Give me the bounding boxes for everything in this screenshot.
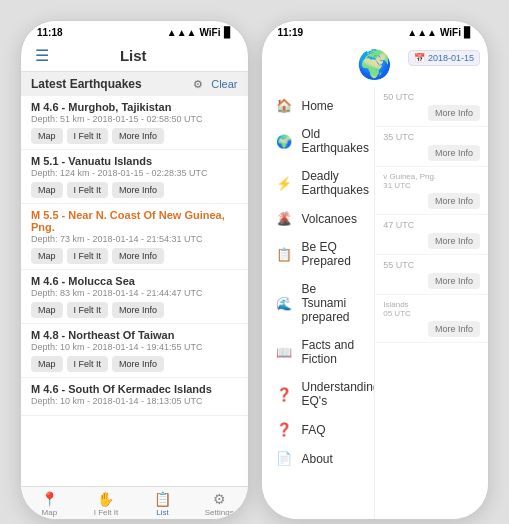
- menu-item-old-earthquakes[interactable]: 🌍 Old Earthquakes: [262, 120, 375, 162]
- phone-1: 11:18 ▲▲▲ WiFi ▊ ☰ List Latest Earthquak…: [20, 20, 249, 520]
- map-button-4[interactable]: Map: [31, 356, 63, 372]
- menu-label-faq: FAQ: [302, 423, 326, 437]
- date-text: 2018-01-15: [428, 53, 474, 63]
- settings-tab-label: Settings: [205, 508, 234, 517]
- eq-buttons-1: Map I Felt It More Info: [31, 182, 238, 198]
- faq-icon: ❓: [276, 422, 292, 437]
- section-header-1: Latest Earthquakes ⚙ Clear: [21, 72, 248, 96]
- eq-subtitle-1: Depth: 124 km - 2018-01-15 - 02:28:35 UT…: [31, 168, 238, 178]
- eq-item-1: M 5.1 - Vanuatu Islands Depth: 124 km - …: [21, 150, 248, 204]
- right-eq-subtitle-3: 47 UTC: [383, 220, 414, 230]
- understanding-eqs-icon: ❓: [276, 387, 292, 402]
- eq-title-3: M 4.6 - Molucca Sea: [31, 275, 238, 287]
- right-eq-item-1: 35 UTC More Info: [375, 127, 488, 167]
- felt-tab-icon: ✋: [97, 491, 114, 507]
- facts-fiction-icon: 📖: [276, 345, 292, 360]
- battery-icon-1: ▊: [224, 27, 232, 38]
- time-2: 11:19: [278, 27, 304, 38]
- menu-item-volcanoes[interactable]: 🌋 Volcanoes: [262, 204, 375, 233]
- right-more-btn-5[interactable]: More Info: [428, 321, 480, 337]
- map-tab-icon: 📍: [41, 491, 58, 507]
- settings-tab-icon: ⚙: [213, 491, 226, 507]
- hamburger-icon[interactable]: ☰: [35, 46, 49, 65]
- filter-icon[interactable]: ⚙: [193, 78, 203, 91]
- tab-felt[interactable]: ✋ I Felt It: [78, 491, 135, 517]
- menu-item-facts-fiction[interactable]: 📖 Facts and Fiction: [262, 331, 375, 373]
- moreinfo-button-0[interactable]: More Info: [112, 128, 164, 144]
- date-badge[interactable]: 📅 2018-01-15: [408, 50, 480, 66]
- felt-button-2[interactable]: I Felt It: [67, 248, 109, 264]
- eq-item-0: M 4.6 - Murghob, Tajikistan Depth: 51 km…: [21, 96, 248, 150]
- right-eq-item-3: 47 UTC More Info: [375, 215, 488, 255]
- menu-item-deadly-earthquakes[interactable]: ⚡ Deadly Earthquakes: [262, 162, 375, 204]
- menu-item-be-eq-prepared[interactable]: 📋 Be EQ Prepared: [262, 233, 375, 275]
- menu-item-faq[interactable]: ❓ FAQ: [262, 415, 375, 444]
- right-more-btn-3[interactable]: More Info: [428, 233, 480, 249]
- right-eq-item-4: 55 UTC More Info: [375, 255, 488, 295]
- about-icon: 📄: [276, 451, 292, 466]
- eq-subtitle-2: Depth: 73 km - 2018-01-14 - 21:54:31 UTC: [31, 234, 238, 244]
- moreinfo-button-2[interactable]: More Info: [112, 248, 164, 264]
- tab-settings[interactable]: ⚙ Settings: [191, 491, 248, 517]
- right-more-btn-0[interactable]: More Info: [428, 105, 480, 121]
- eq-item-4: M 4.8 - Northeast Of Taiwan Depth: 10 km…: [21, 324, 248, 378]
- menu-label-home: Home: [302, 99, 334, 113]
- eq-subtitle-3: Depth: 83 km - 2018-01-14 - 21:44:47 UTC: [31, 288, 238, 298]
- list-tab-label: List: [156, 508, 168, 517]
- menu-label-volcanoes: Volcanoes: [302, 212, 357, 226]
- section-controls: ⚙ Clear: [193, 78, 237, 91]
- moreinfo-button-3[interactable]: More Info: [112, 302, 164, 318]
- map-tab-label: Map: [42, 508, 58, 517]
- menu-label-be-tsunami-prepared: Be Tsunami prepared: [302, 282, 361, 324]
- menu-label-be-eq-prepared: Be EQ Prepared: [302, 240, 361, 268]
- status-bar-2: 11:19 ▲▲▲ WiFi ▊: [262, 21, 489, 40]
- right-more-btn-2[interactable]: More Info: [428, 193, 480, 209]
- volcanoes-icon: 🌋: [276, 211, 292, 226]
- felt-button-3[interactable]: I Felt It: [67, 302, 109, 318]
- menu-label-about: About: [302, 452, 333, 466]
- tab-map[interactable]: 📍 Map: [21, 491, 78, 517]
- app-header-1: ☰ List: [21, 40, 248, 72]
- wifi-icon-1: WiFi: [199, 27, 220, 38]
- eq-buttons-2: Map I Felt It More Info: [31, 248, 238, 264]
- moreinfo-button-1[interactable]: More Info: [112, 182, 164, 198]
- status-icons-2: ▲▲▲ WiFi ▊: [407, 27, 472, 38]
- status-icons-1: ▲▲▲ WiFi ▊: [167, 27, 232, 38]
- menu-label-old-earthquakes: Old Earthquakes: [302, 127, 369, 155]
- felt-button-0[interactable]: I Felt It: [67, 128, 109, 144]
- right-eq-item-5: Islands05 UTC More Info: [375, 295, 488, 343]
- map-button-2[interactable]: Map: [31, 248, 63, 264]
- be-eq-prepared-icon: 📋: [276, 247, 292, 262]
- eq-item-5: M 4.6 - South Of Kermadec Islands Depth:…: [21, 378, 248, 416]
- map-button-1[interactable]: Map: [31, 182, 63, 198]
- eq-title-1: M 5.1 - Vanuatu Islands: [31, 155, 238, 167]
- tab-list[interactable]: 📋 List: [134, 491, 191, 517]
- eq-title-4: M 4.8 - Northeast Of Taiwan: [31, 329, 238, 341]
- map-button-0[interactable]: Map: [31, 128, 63, 144]
- deadly-earthquakes-icon: ⚡: [276, 176, 292, 191]
- felt-button-4[interactable]: I Felt It: [67, 356, 109, 372]
- menu-label-understanding-eqs: Understanding EQ's: [302, 380, 376, 408]
- right-more-btn-4[interactable]: More Info: [428, 273, 480, 289]
- menu-item-home[interactable]: 🏠 Home: [262, 91, 375, 120]
- eq-item-3: M 4.6 - Molucca Sea Depth: 83 km - 2018-…: [21, 270, 248, 324]
- section-title-1: Latest Earthquakes: [31, 77, 142, 91]
- menu-label-deadly-earthquakes: Deadly Earthquakes: [302, 169, 369, 197]
- list-tab-icon: 📋: [154, 491, 171, 507]
- home-icon: 🏠: [276, 98, 292, 113]
- right-more-btn-1[interactable]: More Info: [428, 145, 480, 161]
- menu-item-be-tsunami-prepared[interactable]: 🌊 Be Tsunami prepared: [262, 275, 375, 331]
- calendar-icon: 📅: [414, 53, 425, 63]
- menu-item-about[interactable]: 📄 About: [262, 444, 375, 473]
- moreinfo-button-4[interactable]: More Info: [112, 356, 164, 372]
- right-eq-item-0: 50 UTC More Info: [375, 87, 488, 127]
- clear-button[interactable]: Clear: [211, 78, 237, 90]
- felt-button-1[interactable]: I Felt It: [67, 182, 109, 198]
- menu-item-understanding-eqs[interactable]: ❓ Understanding EQ's: [262, 373, 375, 415]
- globe-icon: 🌍: [357, 48, 392, 81]
- menu-header: 🌍 📅 2018-01-15: [262, 40, 489, 87]
- eq-subtitle-0: Depth: 51 km - 2018-01-15 - 02:58:50 UTC: [31, 114, 238, 124]
- status-bar-1: 11:18 ▲▲▲ WiFi ▊: [21, 21, 248, 40]
- signal-icon-2: ▲▲▲: [407, 27, 437, 38]
- map-button-3[interactable]: Map: [31, 302, 63, 318]
